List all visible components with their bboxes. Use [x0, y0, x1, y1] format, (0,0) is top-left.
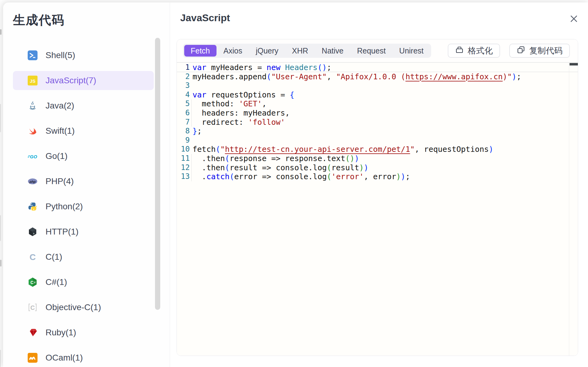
sidebar-item-ocaml[interactable]: OCaml(1): [13, 348, 154, 367]
tab-native[interactable]: Native: [315, 45, 350, 57]
sidebar-scrollbar-thumb[interactable]: [155, 38, 160, 310]
background-scrollbar-fragment: [0, 29, 2, 35]
tab-xhr[interactable]: XHR: [285, 45, 315, 57]
tab-fetch[interactable]: Fetch: [184, 45, 217, 57]
line-number: 11: [177, 154, 190, 163]
code-editor[interactable]: 1var myHeaders = new Headers();2myHeader…: [177, 63, 578, 356]
svg-text:C: C: [30, 304, 35, 311]
language-sidebar: 生成代码 Shell(5)JSJavaScript(7)Java(2)Swift…: [3, 2, 170, 367]
sidebar-item-java[interactable]: Java(2): [13, 96, 154, 115]
line-number: 13: [177, 172, 190, 181]
php-icon: php: [28, 176, 38, 186]
code-line-9[interactable]: 9: [177, 136, 578, 145]
editor-scrollbar-thumb[interactable]: [570, 63, 578, 65]
code-link: https://www.apifox.cn: [405, 72, 503, 81]
code-line-content: headers: myHeaders,: [190, 109, 290, 118]
code-line-7[interactable]: 7 redirect: 'follow': [177, 118, 578, 127]
dialog-title: 生成代码: [13, 12, 170, 29]
sidebar-item-http[interactable]: HTTP(1): [13, 222, 154, 241]
code-actions: 格式化 复制代码: [448, 44, 570, 58]
sidebar-item-shell[interactable]: Shell(5): [13, 46, 154, 65]
code-line-1[interactable]: 1var myHeaders = new Headers();: [177, 63, 578, 72]
copy-code-button-label: 复制代码: [529, 45, 562, 56]
sidebar-item-label: OCaml(1): [46, 353, 83, 363]
code-line-12[interactable]: 12 .then(result => console.log(result)): [177, 163, 578, 172]
sidebar-item-javascript[interactable]: JSJavaScript(7): [13, 71, 154, 90]
close-icon: [568, 13, 579, 25]
go-icon: GO: [28, 151, 38, 161]
line-number: 12: [177, 163, 190, 172]
ocaml-icon: [28, 353, 38, 363]
line-number: 7: [177, 118, 190, 127]
svg-text:C: C: [30, 252, 36, 262]
code-line-6[interactable]: 6 headers: myHeaders,: [177, 109, 578, 118]
language-list: Shell(5)JSJavaScript(7)Java(2)Swift(1)GO…: [13, 46, 170, 367]
code-line-content: myHeaders.append("User-Agent", "Apifox/1…: [190, 72, 521, 81]
svg-text:GO: GO: [30, 154, 37, 159]
line-number: 8: [177, 127, 190, 136]
code-line-content: };: [190, 127, 202, 136]
client-library-tabs: FetchAxiosjQueryXHRNativeRequestUnirest: [183, 44, 431, 58]
generate-code-dialog: 生成代码 Shell(5)JSJavaScript(7)Java(2)Swift…: [3, 2, 588, 367]
sidebar-item-label: C(1): [46, 252, 62, 262]
copy-code-button[interactable]: 复制代码: [509, 44, 570, 58]
code-line-5[interactable]: 5 method: 'GET',: [177, 99, 578, 109]
sidebar-item-swift[interactable]: Swift(1): [13, 121, 154, 140]
format-icon: [455, 45, 464, 56]
code-line-content: .then(response => response.text()): [190, 154, 359, 163]
code-line-4[interactable]: 4var requestOptions = {: [177, 90, 578, 100]
code-line-content: method: 'GET',: [190, 99, 267, 109]
ruby-icon: [28, 328, 38, 337]
main-panel: JavaScript FetchAxiosjQueryXHRNativeRequ…: [170, 2, 588, 367]
python-icon: [28, 202, 38, 211]
sidebar-item-label: Python(2): [46, 202, 83, 211]
line-number: 1: [177, 63, 190, 72]
line-number: 5: [177, 99, 190, 109]
svg-text:php: php: [29, 180, 36, 184]
code-line-content: var requestOptions = {: [190, 90, 294, 100]
tab-unirest[interactable]: Unirest: [393, 45, 430, 57]
csharp-icon: C#: [28, 277, 38, 287]
code-line-8[interactable]: 8};: [177, 127, 578, 136]
code-lines: 1var myHeaders = new Headers();2myHeader…: [177, 63, 578, 181]
close-button[interactable]: [568, 13, 580, 25]
java-icon: [28, 101, 38, 111]
code-line-3[interactable]: 3: [177, 81, 578, 90]
sidebar-item-label: HTTP(1): [46, 227, 78, 237]
code-line-10[interactable]: 10fetch("http://test-cn.your-api-server.…: [177, 145, 578, 154]
page-title: JavaScript: [180, 12, 230, 24]
format-button[interactable]: 格式化: [448, 44, 500, 58]
code-line-content: [190, 81, 193, 90]
tab-jquery[interactable]: jQuery: [249, 45, 285, 57]
sidebar-item-label: Java(2): [46, 101, 74, 111]
code-line-13[interactable]: 13 .catch(error => console.log('error', …: [177, 172, 578, 181]
sidebar-item-label: Shell(5): [46, 50, 75, 60]
sidebar-item-objective-c[interactable]: CObjective-C(1): [13, 298, 154, 317]
line-number: 6: [177, 109, 190, 118]
line-number: 2: [177, 72, 190, 81]
sidebar-item-label: Swift(1): [46, 126, 75, 136]
svg-text:C: C: [30, 280, 34, 285]
sidebar-item-ruby[interactable]: Ruby(1): [13, 323, 154, 342]
sidebar-item-label: Ruby(1): [46, 328, 76, 337]
line-number: 9: [177, 136, 190, 145]
code-line-content: .then(result => console.log(result)): [190, 163, 368, 172]
sidebar-item-c-[interactable]: C#C#(1): [13, 273, 154, 292]
c-icon: C: [28, 252, 38, 262]
swift-icon: [28, 126, 38, 136]
editor-scrollbar-track[interactable]: [569, 63, 578, 356]
code-line-content: redirect: 'follow': [190, 118, 285, 127]
tab-request[interactable]: Request: [351, 45, 392, 57]
sidebar-item-go[interactable]: GOGo(1): [13, 147, 154, 166]
code-line-11[interactable]: 11 .then(response => response.text()): [177, 154, 578, 163]
line-number: 4: [177, 90, 190, 100]
code-line-2[interactable]: 2myHeaders.append("User-Agent", "Apifox/…: [177, 72, 578, 81]
sidebar-item-c[interactable]: CC(1): [13, 247, 154, 266]
format-button-label: 格式化: [468, 45, 493, 56]
background-scrollbar-fragment: [0, 215, 1, 241]
line-number: 10: [177, 145, 190, 154]
svg-text:JS: JS: [30, 78, 35, 84]
sidebar-item-python[interactable]: Python(2): [13, 197, 154, 216]
tab-axios[interactable]: Axios: [217, 45, 249, 57]
sidebar-item-php[interactable]: phpPHP(4): [13, 172, 154, 191]
